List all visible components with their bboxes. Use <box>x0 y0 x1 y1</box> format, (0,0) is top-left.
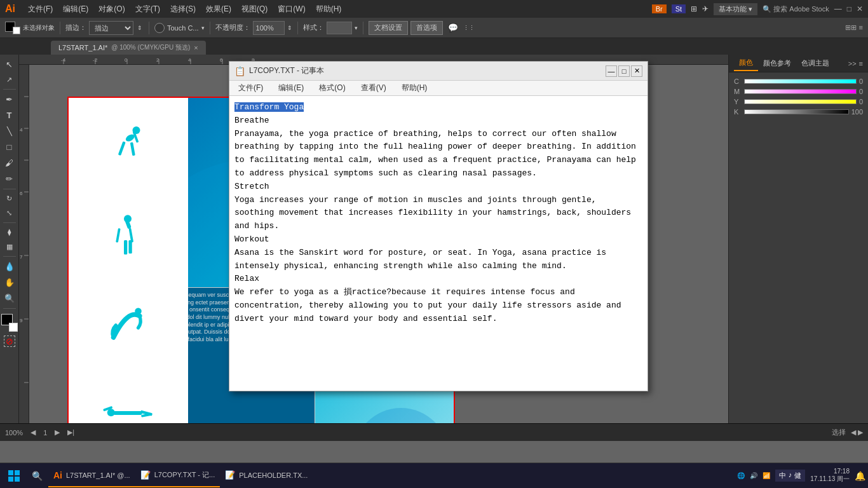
color-ref-tab[interactable]: 颜色参考 <box>758 56 796 71</box>
arrange-icons: ⊞⊞ <box>845 24 857 32</box>
taskbar-app-ai[interactable]: Ai L7START_1.AI* @... <box>48 464 135 487</box>
select-tool[interactable]: ↖ <box>1 57 18 72</box>
toolbar: 未选择对象 描边： 描边 ⇕ Touch C... ▾ 不透明度： ⇕ 样式： … <box>0 18 868 38</box>
toolbar-options[interactable]: ⋮⋮ <box>463 25 475 31</box>
line-tool[interactable]: ╲ <box>1 124 18 139</box>
clock-area: 17:18 17.11.13 周一 <box>810 468 850 484</box>
basic-function-btn[interactable]: 基本功能 ▾ <box>714 3 757 15</box>
menu-file[interactable]: 文件(F) <box>23 4 58 15</box>
ime-area[interactable]: 中 ♪ 健 <box>775 470 806 482</box>
color-tab[interactable]: 颜色 <box>734 55 758 71</box>
color-swatch-group <box>1 314 18 332</box>
comment-icon[interactable]: 💬 <box>445 23 461 32</box>
opacity-input[interactable] <box>253 21 285 35</box>
gradient-tool[interactable]: ▦ <box>1 240 18 254</box>
notification-icon[interactable]: 🔔 <box>855 471 865 481</box>
menu-text[interactable]: 文字(T) <box>130 4 165 15</box>
m-slider[interactable] <box>744 89 857 94</box>
notepad2-icon: 📝 <box>225 470 235 480</box>
maximize-btn[interactable]: □ <box>847 4 851 13</box>
nav-next[interactable]: ▶ <box>55 428 60 437</box>
sound-icon[interactable]: 🔊 <box>750 472 757 479</box>
taskbar-notepad1-label: L7COPY.TXT - 记... <box>154 470 215 480</box>
eyedropper-tool[interactable]: 💧 <box>1 259 18 274</box>
menu-help[interactable]: 帮助(H) <box>311 4 347 15</box>
style-box[interactable] <box>327 22 352 34</box>
tool-sep-5 <box>3 308 16 309</box>
menu-effect[interactable]: 效果(E) <box>201 4 236 15</box>
panel-menu-btn[interactable]: ≡ <box>859 60 863 67</box>
menu-view[interactable]: 视图(Q) <box>236 4 273 15</box>
doc-settings-btn[interactable]: 文档设置 <box>369 21 408 35</box>
menu-object[interactable]: 对象(O) <box>93 4 130 15</box>
blend-tool[interactable]: ⧫ <box>1 226 18 239</box>
notepad-title-bar[interactable]: 📋 L7COPY.TXT - 记事本 — □ ✕ <box>229 62 648 81</box>
nav-arrows[interactable]: ◀ ▶ <box>851 428 863 437</box>
right-panel-content: C 0 M 0 Y 0 K 100 <box>729 72 868 121</box>
opacity-arrow[interactable]: ⇕ <box>287 25 292 31</box>
rotate-tool[interactable]: ↻ <box>1 192 18 205</box>
k-slider[interactable] <box>744 109 849 114</box>
start-button[interactable] <box>3 464 25 487</box>
notepad-close-btn[interactable]: ✕ <box>631 65 642 77</box>
panel-expand-btn[interactable]: >> <box>848 60 857 67</box>
menu-select[interactable]: 选择(S) <box>165 4 201 15</box>
wifi-icon[interactable]: 📶 <box>763 472 770 479</box>
c-label: C <box>734 78 742 85</box>
doc-tab[interactable]: L7START_1.AI* @ 100% (CMYK/GPU 预选) × <box>51 41 206 55</box>
ai-logo: Ai <box>5 3 15 15</box>
status-left: 100% ◀ 1 ▶ ▶| <box>5 428 74 437</box>
c-slider[interactable] <box>744 79 857 84</box>
nav-prev[interactable]: ◀ <box>31 428 36 437</box>
bridge-icon: Br <box>652 4 667 13</box>
color-sliders: C 0 M 0 Y 0 K 100 <box>734 78 863 116</box>
grid-icon[interactable]: ⊞ <box>691 4 697 13</box>
shape-tool[interactable]: □ <box>1 140 18 154</box>
menu-edit[interactable]: 编辑(E) <box>58 4 93 15</box>
touch-dropdown[interactable]: ▾ <box>201 25 205 31</box>
taskbar-search[interactable]: 🔍 <box>25 464 48 487</box>
k-val: 100 <box>851 108 863 116</box>
pencil-tool[interactable]: ✏ <box>1 172 18 186</box>
style-arrow[interactable]: ▾ <box>355 25 358 31</box>
network-icon[interactable]: 🌐 <box>737 472 745 479</box>
close-btn[interactable]: ✕ <box>857 4 863 13</box>
doc-tab-close[interactable]: × <box>194 44 198 51</box>
np-menu-format[interactable]: 格式(O) <box>315 81 349 95</box>
minimize-btn[interactable]: — <box>834 4 842 13</box>
background-swatch[interactable] <box>13 27 20 34</box>
nav-end[interactable]: ▶| <box>67 428 74 437</box>
color-swatches[interactable] <box>5 22 20 34</box>
taskbar-app-notepad2[interactable]: 📝 PLACEHOLDER.TX... <box>220 464 313 487</box>
y-slider[interactable] <box>744 99 857 104</box>
stroke-select[interactable]: 描边 <box>89 21 133 35</box>
search-label: 🔍 搜索 Adobe Stock <box>763 4 829 14</box>
svg-rect-34 <box>116 228 121 243</box>
type-tool[interactable]: T <box>1 108 18 123</box>
np-menu-help[interactable]: 帮助(H) <box>398 81 431 95</box>
pen-tool[interactable]: ✒ <box>1 92 18 107</box>
notepad-minimize-btn[interactable]: — <box>606 65 617 77</box>
scale-tool[interactable]: ⤡ <box>1 207 18 220</box>
direct-select-tool[interactable]: ↗ <box>1 73 18 86</box>
preferences-btn[interactable]: 首选项 <box>410 21 443 35</box>
toolbar-more: ≡ <box>859 24 863 32</box>
canvas-area[interactable]: -4 -2 0 2 4 6 8 <box>19 55 728 423</box>
menu-window[interactable]: 窗口(W) <box>273 4 310 15</box>
paintbrush-tool[interactable]: 🖌 <box>1 156 18 170</box>
none-color[interactable]: ⊘ <box>4 336 15 347</box>
zoom-tool[interactable]: 🔍 <box>1 291 18 306</box>
hand-tool[interactable]: ✋ <box>1 275 18 290</box>
yoga-figure-1 <box>99 125 156 182</box>
np-menu-view[interactable]: 查看(V) <box>357 81 390 95</box>
notepad-text-area[interactable]: Transform Yoga Breathe Pranayama, the yo… <box>229 96 648 391</box>
clock-date: 17.11.13 周一 <box>810 475 850 484</box>
notepad-maximize-btn[interactable]: □ <box>618 65 630 77</box>
background-color[interactable] <box>9 323 18 332</box>
color-theme-tab[interactable]: 色调主题 <box>796 56 834 71</box>
doc-tab-title: L7START_1.AI* <box>58 44 107 51</box>
arrange-icon[interactable]: ✈ <box>702 4 709 13</box>
np-menu-edit[interactable]: 编辑(E) <box>275 81 308 95</box>
taskbar-app-notepad1[interactable]: 📝 L7COPY.TXT - 记... <box>135 464 220 487</box>
np-menu-file[interactable]: 文件(F) <box>234 81 267 95</box>
